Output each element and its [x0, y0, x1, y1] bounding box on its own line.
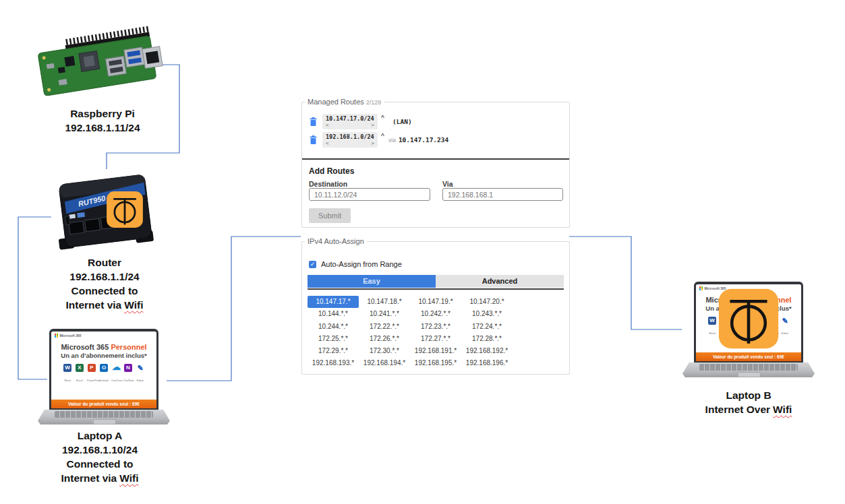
range-option-selected[interactable]: 10.147.17.*	[308, 296, 359, 308]
range-option[interactable]: 10.147.19.*	[410, 296, 461, 308]
laptop-a-keyboard	[55, 411, 152, 418]
laptop-b-note-text: Internet Over	[705, 404, 770, 415]
via-input[interactable]	[442, 188, 563, 201]
microsoft-logo-icon	[699, 286, 703, 290]
laptop-b-note: Internet OverWifi	[681, 402, 816, 416]
range-option[interactable]: 10.144.*.*	[308, 308, 359, 320]
laptop-b-label: Laptop B Internet OverWifi	[681, 388, 816, 416]
router-note-1: Connected to	[37, 284, 172, 298]
delete-route-icon[interactable]	[309, 135, 318, 145]
route-via-value: 10.147.17.234	[399, 136, 448, 144]
router-ip: 192.168.1.1/24	[37, 270, 172, 284]
range-option[interactable]: 172.30.*.*	[359, 345, 410, 357]
tab-advanced[interactable]: Advanced	[436, 275, 564, 288]
onedrive-icon: ☁	[112, 364, 120, 372]
microsoft-365-logo-text: Microsoft 365	[59, 334, 81, 338]
range-option[interactable]: 172.25.*.*	[308, 333, 359, 345]
laptop-a-image: Microsoft 365 Microsoft 365 Personnel Un…	[38, 329, 170, 424]
range-option[interactable]: 192.168.191.*	[410, 345, 461, 357]
range-option[interactable]: 172.22.*.*	[359, 321, 410, 333]
editor-icon: ✎	[781, 317, 789, 325]
editor-icon: ✎	[136, 364, 144, 372]
outlook-icon: O	[100, 364, 108, 372]
section-divider	[302, 158, 569, 160]
router-note-2: Internet viaWifi	[37, 298, 172, 312]
range-grid: 10.147.17.* 10.147.18.* 10.147.19.* 10.1…	[308, 296, 513, 370]
range-option[interactable]: 10.147.20.*	[461, 296, 513, 308]
range-option[interactable]: 172.24.*.*	[461, 321, 513, 333]
ipv4-auto-assign-title: IPv4 Auto-Assign	[305, 237, 367, 245]
range-option[interactable]: 10.243.*.*	[461, 308, 513, 320]
promo-title: Microsoft 365 Personnel	[51, 343, 156, 351]
router-label: Router 192.168.1.1/24 Connected to Inter…	[37, 255, 172, 312]
range-mode-tabs: Easy Advanced	[308, 275, 564, 288]
auto-assign-row: ✓ Auto-Assign from Range	[309, 260, 402, 268]
range-option[interactable]: 192.168.192.*	[461, 345, 513, 357]
range-option[interactable]: 10.147.18.*	[359, 296, 410, 308]
managed-routes-panel: Managed Routes 2/128 10.147.17.0/24 ^ < …	[301, 98, 570, 228]
auto-assign-checkbox[interactable]: ✓	[309, 261, 316, 268]
connector-panel-to-laptop-b	[569, 237, 682, 329]
range-option[interactable]: 172.27.*.*	[410, 333, 461, 345]
laptop-a-note-1: Connected to	[32, 457, 167, 471]
stepper-right-icon[interactable]: >	[371, 123, 374, 128]
range-option[interactable]: 10.242.*.*	[410, 308, 461, 320]
destination-input[interactable]	[309, 188, 430, 201]
laptop-a-ip: 192.168.1.10/24	[32, 443, 167, 457]
range-option[interactable]: 192.168.194.*	[359, 357, 410, 369]
router-note-2-text: Internet via	[66, 299, 122, 311]
route-target-stepper[interactable]: 192.168.1.0/24 ^ < >	[322, 132, 378, 148]
laptop-a-touchpad	[93, 419, 115, 424]
promo-banner: Valeur du produit vendu seul : 69€	[696, 352, 801, 361]
range-option[interactable]: 172.28.*.*	[461, 333, 513, 345]
auto-assign-checkbox-label: Auto-Assign from Range	[321, 260, 402, 268]
promo-title-text: Microsoft 365	[61, 343, 109, 351]
laptop-b-image: Microsoft 365 Microsoft 365 Personnel Un…	[682, 282, 815, 377]
raspberry-pi-ip: 192.168.1.11/24	[35, 121, 170, 135]
stepper-right-icon[interactable]: >	[371, 141, 374, 146]
submit-button[interactable]: Submit	[309, 208, 351, 223]
connector-laptop-a-to-panel	[167, 237, 301, 381]
via-label: Via	[442, 180, 453, 188]
range-option[interactable]: 10.241.*.*	[359, 308, 410, 320]
range-option[interactable]: 192.168.196.*	[461, 357, 513, 369]
stepper-up-icon[interactable]: ^	[381, 114, 384, 121]
add-routes-title: Add Routes	[309, 166, 354, 176]
stepper-left-icon[interactable]: <	[326, 141, 329, 146]
tab-easy[interactable]: Easy	[308, 275, 436, 288]
destination-label: Destination	[309, 180, 347, 188]
range-option[interactable]: 172.26.*.*	[359, 333, 410, 345]
zerotier-logo-icon	[106, 191, 144, 228]
managed-routes-count: 2/128	[366, 99, 382, 106]
range-option[interactable]: 172.29.*.*	[308, 345, 359, 357]
route-via-value: (LAN)	[392, 118, 412, 125]
laptop-a-label: Laptop A 192.168.1.10/24 Connected to In…	[32, 429, 167, 485]
laptop-b-base	[682, 363, 815, 377]
laptop-b-touchpad	[738, 372, 760, 377]
stepper-left-icon[interactable]: <	[326, 123, 329, 128]
raspberry-pi-name: Raspberry Pi	[35, 106, 170, 121]
laptop-b-keyboard	[699, 364, 797, 371]
promo-subtitle: Un an d'abonnement inclus*	[51, 352, 156, 359]
promo-title-accent: Personnel	[111, 343, 146, 351]
ipv4-auto-assign-panel: IPv4 Auto-Assign ✓ Auto-Assign from Rang…	[301, 237, 570, 375]
route-via-label: via	[388, 137, 396, 144]
route-target-value: 192.168.1.0/24	[326, 133, 374, 140]
onenote-icon: N	[124, 364, 132, 372]
route-row: 192.168.1.0/24 ^ < > via 10.147.17.234	[309, 132, 448, 148]
laptop-a-note-2-wavy-word: Wifi	[119, 472, 138, 484]
raspberry-pi-image	[28, 19, 167, 105]
stepper-up-icon[interactable]: ^	[381, 132, 384, 139]
range-option[interactable]: 10.244.*.*	[308, 321, 359, 333]
word-icon: W	[63, 364, 71, 372]
route-target-stepper[interactable]: 10.147.17.0/24 ^ < >	[322, 114, 378, 129]
excel-icon: X	[76, 364, 84, 372]
delete-route-icon[interactable]	[309, 117, 318, 127]
tab-underline	[308, 288, 564, 290]
range-option[interactable]: 192.168.195.*	[410, 357, 461, 369]
range-option[interactable]: 172.23.*.*	[410, 321, 461, 333]
route-row: 10.147.17.0/24 ^ < > (LAN)	[309, 114, 412, 129]
managed-routes-title: Managed Routes 2/128	[305, 98, 384, 106]
range-option[interactable]: 192.168.193.*	[308, 357, 359, 369]
powerpoint-icon: P	[88, 364, 96, 372]
